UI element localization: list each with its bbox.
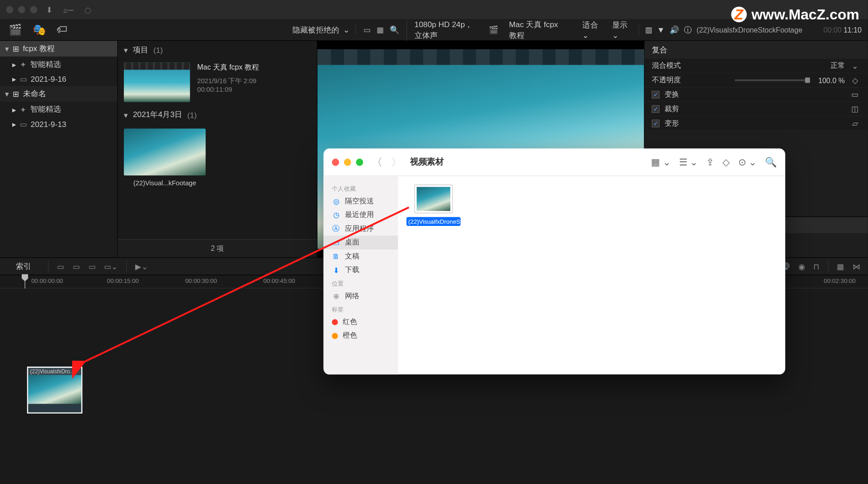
browser-section-date[interactable]: ▾2021年4月3日(1): [118, 106, 317, 124]
transform-row[interactable]: ✓变换▭: [645, 88, 868, 102]
library-header[interactable]: ▾⊞未命名: [0, 86, 117, 102]
position-icon[interactable]: ▭: [73, 262, 80, 271]
insert-icon[interactable]: ▭⌄: [104, 262, 118, 271]
sidebar-section-favorites: 个人收藏: [324, 182, 398, 194]
ruler-tick: 00:00:00:00: [31, 277, 63, 284]
connect-icon[interactable]: ▭: [89, 262, 96, 271]
sidebar-tag-orange[interactable]: 橙色: [324, 329, 398, 343]
watermark-text: www.MacZ.com: [751, 6, 859, 23]
hide-rejected-dropdown[interactable]: 隐藏被拒绝的⌄: [292, 24, 356, 35]
library-sidebar: ▾⊞fcpx 教程 ▸✦智能精选 ▸▭2021-9-16 ▾⊞未命名 ▸✦智能精…: [0, 41, 118, 257]
project-thumbnail: [124, 62, 190, 102]
photos-icon[interactable]: 🎭: [33, 23, 46, 36]
library-header[interactable]: ▾⊞fcpx 教程: [0, 41, 117, 56]
sidebar-item-network[interactable]: ⊕网络: [324, 289, 398, 303]
view-icon-grid[interactable]: ▦ ⌄: [651, 156, 670, 168]
back-icon[interactable]: 〈: [372, 155, 382, 169]
search-icon[interactable]: 🔍: [390, 25, 399, 34]
info-inspector-icon[interactable]: ⓘ: [684, 24, 692, 35]
fit-dropdown[interactable]: 适合 ⌄: [582, 20, 601, 40]
opacity-slider[interactable]: [735, 80, 810, 81]
finder-window[interactable]: 〈 〉 视频素材 ▦ ⌄ ☰ ⌄ ⇪ ◇ ⊙ ⌄ 🔍 个人收藏 ◎隔空投送 ◷最…: [324, 149, 785, 375]
transform-icon: ▭: [849, 90, 860, 99]
project-item[interactable]: Mac 天真 fcpx 教程 2021/9/16 下午 2:0900:00:11…: [118, 59, 317, 106]
finder-sidebar: 个人收藏 ◎隔空投送 ◷最近使用 Ⓐ应用程序 ▭桌面 🗎文稿 ⬇下载 位置 ⊕网…: [324, 176, 398, 375]
filmstrip-icon[interactable]: ▦: [377, 25, 384, 34]
browser-panel: ▾项目(1) Mac 天真 fcpx 教程 2021/9/16 下午 2:090…: [118, 41, 318, 257]
search-icon[interactable]: 🔍: [765, 156, 777, 168]
close-icon[interactable]: [6, 6, 13, 13]
effects-browser-icon[interactable]: ▦: [837, 262, 844, 271]
project-title: Mac 天真 fcpx 教程: [197, 62, 259, 73]
ruler-tick: 00:02:30:00: [824, 277, 855, 284]
browser-clip[interactable]: (22)Visual...kFootage: [124, 129, 206, 187]
finder-title: 视频素材: [410, 156, 443, 167]
group-icon[interactable]: ☰ ⌄: [679, 156, 698, 168]
finder-toolbar: 〈 〉 视频素材 ▦ ⌄ ☰ ⌄ ⇪ ◇ ⊙ ⌄ 🔍: [324, 149, 785, 176]
filter-icon[interactable]: ▼: [657, 25, 665, 34]
minimize-icon[interactable]: [18, 6, 25, 13]
timeline-clip[interactable]: (22)VisualsfxDro...: [27, 367, 82, 414]
watermark: Z www.MacZ.com: [731, 6, 859, 23]
sidebar-tag-red[interactable]: 红色: [324, 315, 398, 329]
video-inspector-icon[interactable]: ▥: [645, 25, 652, 34]
sidebar-item-smart[interactable]: ▸✦智能精选: [0, 56, 117, 72]
sidebar-item-documents[interactable]: 🗎文稿: [324, 249, 398, 263]
sidebar-item-applications[interactable]: Ⓐ应用程序: [324, 222, 398, 236]
project-name: Mac 天真 fcpx 教程: [509, 19, 561, 41]
view-dropdown[interactable]: 显示 ⌄: [612, 20, 631, 40]
browser-section-projects[interactable]: ▾项目(1): [118, 41, 317, 59]
audio-inspector-icon[interactable]: 🔊: [670, 25, 679, 34]
format-label: 1080p HD 24p，立体声: [415, 19, 478, 41]
clapper-icon: 🎬: [489, 25, 498, 34]
finder-file-area[interactable]: (22)VisualfxDroneStockF...ge.mp4: [398, 176, 785, 375]
actions-icon[interactable]: ⊙ ⌄: [738, 156, 757, 168]
zoom-icon[interactable]: [356, 158, 363, 165]
import-icon[interactable]: ⬇: [42, 4, 57, 15]
sidebar-item-airdrop[interactable]: ◎隔空投送: [324, 194, 398, 208]
distort-row[interactable]: ✓变形▱: [645, 117, 868, 131]
minimize-icon[interactable]: [344, 158, 351, 165]
zoom-icon[interactable]: [30, 6, 38, 13]
ruler-tick: 00:00:15:00: [107, 277, 139, 284]
sidebar-section-tags: 标签: [324, 303, 398, 315]
sidebar-item-event[interactable]: ▸▭2021-9-16: [0, 72, 117, 86]
sidebar-item-desktop[interactable]: ▭桌面: [324, 235, 398, 249]
sidebar-item-downloads[interactable]: ⬇下载: [324, 263, 398, 277]
share-icon[interactable]: ⇪: [706, 156, 714, 168]
distort-icon: ▱: [849, 119, 860, 128]
inspector-section-title: 复合: [645, 41, 868, 59]
file-thumbnail: [414, 184, 453, 213]
forward-icon[interactable]: 〉: [391, 155, 402, 169]
crop-icon: ◫: [849, 104, 860, 113]
file-name: (22)VisualfxDroneStockF...ge.mp4: [406, 217, 461, 226]
transition-overlay: [317, 49, 644, 65]
index-button[interactable]: 索引: [7, 260, 40, 273]
select-tool-icon[interactable]: ▶⌄: [135, 262, 148, 271]
transitions-browser-icon[interactable]: ⋈: [853, 262, 860, 271]
sidebar-item-smart[interactable]: ▸✦智能精选: [0, 102, 117, 117]
opacity-row[interactable]: 不透明度 100.0 % ◇: [645, 73, 868, 88]
titles-icon[interactable]: 🏷: [57, 23, 67, 36]
finder-traffic-lights: [332, 158, 363, 165]
sidebar-item-event[interactable]: ▸▭2021-9-13: [0, 117, 117, 131]
snap-icon[interactable]: ⊓: [813, 262, 819, 271]
solo-icon[interactable]: ◉: [798, 262, 805, 271]
sidebar-item-recents[interactable]: ◷最近使用: [324, 208, 398, 222]
inspector-timecode: 00:00 11:10: [824, 26, 862, 34]
library-icon[interactable]: 🎬: [9, 23, 22, 36]
trim-icon[interactable]: ▭: [57, 262, 64, 271]
file-item[interactable]: (22)VisualfxDroneStockF...ge.mp4: [406, 184, 461, 226]
crop-row[interactable]: ✓裁剪◫: [645, 102, 868, 117]
keyword-icon[interactable]: ⌕─: [61, 4, 76, 15]
tags-icon[interactable]: ◇: [722, 156, 730, 168]
clip-name: (22)Visual...kFootage: [124, 175, 206, 186]
ruler-tick: 00:00:45:00: [264, 277, 295, 284]
blend-mode-row[interactable]: 混合模式 正常 ⌄: [645, 59, 868, 73]
timeline-clip-thumbnail: [28, 375, 81, 404]
ruler-tick: 00:00:30:00: [185, 277, 217, 284]
sidebar-section-locations: 位置: [324, 277, 398, 289]
clip-appearance-icon[interactable]: ▭: [363, 25, 371, 34]
close-icon[interactable]: [332, 158, 339, 165]
background-tasks-icon[interactable]: ◌: [80, 4, 95, 15]
